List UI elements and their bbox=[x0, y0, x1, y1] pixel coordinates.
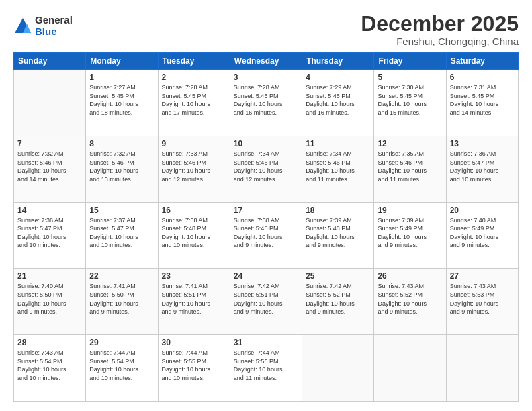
calendar-week-row-0: 1Sunrise: 7:27 AM Sunset: 5:45 PM Daylig… bbox=[14, 70, 519, 136]
cell-info: Sunrise: 7:30 AM Sunset: 5:45 PM Dayligh… bbox=[378, 83, 442, 117]
day-number: 20 bbox=[450, 205, 515, 215]
day-number: 14 bbox=[17, 205, 82, 215]
cell-info: Sunrise: 7:39 AM Sunset: 5:48 PM Dayligh… bbox=[306, 216, 370, 250]
day-number: 28 bbox=[17, 338, 82, 347]
title-block: December 2025 Fenshui, Chongqing, China bbox=[361, 12, 519, 47]
cell-info: Sunrise: 7:43 AM Sunset: 5:53 PM Dayligh… bbox=[450, 282, 515, 316]
logo-icon bbox=[13, 17, 32, 36]
calendar-cell-w3-d6: 27Sunrise: 7:43 AM Sunset: 5:53 PM Dayli… bbox=[446, 269, 518, 335]
cell-info: Sunrise: 7:31 AM Sunset: 5:45 PM Dayligh… bbox=[450, 83, 515, 117]
calendar-cell-w4-d5 bbox=[374, 335, 446, 402]
calendar-cell-w3-d1: 22Sunrise: 7:41 AM Sunset: 5:50 PM Dayli… bbox=[86, 269, 158, 335]
calendar-cell-w2-d6: 20Sunrise: 7:40 AM Sunset: 5:49 PM Dayli… bbox=[446, 202, 518, 269]
calendar-cell-w2-d1: 15Sunrise: 7:37 AM Sunset: 5:47 PM Dayli… bbox=[86, 202, 158, 269]
calendar-cell-w4-d2: 30Sunrise: 7:44 AM Sunset: 5:55 PM Dayli… bbox=[158, 335, 230, 402]
calendar-cell-w0-d3: 3Sunrise: 7:28 AM Sunset: 5:45 PM Daylig… bbox=[230, 70, 302, 136]
cell-info: Sunrise: 7:32 AM Sunset: 5:46 PM Dayligh… bbox=[89, 150, 154, 183]
calendar-header-row: Sunday Monday Tuesday Wednesday Thursday… bbox=[14, 53, 519, 70]
col-sunday: Sunday bbox=[14, 53, 86, 70]
logo-general-label: General bbox=[35, 15, 73, 26]
cell-info: Sunrise: 7:37 AM Sunset: 5:47 PM Dayligh… bbox=[89, 216, 154, 250]
calendar-cell-w1-d2: 9Sunrise: 7:33 AM Sunset: 5:46 PM Daylig… bbox=[158, 136, 230, 202]
day-number: 16 bbox=[162, 205, 226, 215]
cell-info: Sunrise: 7:36 AM Sunset: 5:47 PM Dayligh… bbox=[17, 216, 82, 250]
day-number: 8 bbox=[89, 139, 154, 148]
calendar-cell-w3-d2: 23Sunrise: 7:41 AM Sunset: 5:51 PM Dayli… bbox=[158, 269, 230, 335]
calendar-week-row-2: 14Sunrise: 7:36 AM Sunset: 5:47 PM Dayli… bbox=[14, 202, 519, 269]
cell-info: Sunrise: 7:27 AM Sunset: 5:45 PM Dayligh… bbox=[89, 83, 154, 117]
day-number: 25 bbox=[306, 271, 370, 281]
cell-info: Sunrise: 7:28 AM Sunset: 5:45 PM Dayligh… bbox=[234, 83, 298, 117]
cell-info: Sunrise: 7:36 AM Sunset: 5:47 PM Dayligh… bbox=[450, 150, 515, 183]
cell-info: Sunrise: 7:39 AM Sunset: 5:49 PM Dayligh… bbox=[378, 216, 442, 250]
calendar-cell-w4-d1: 29Sunrise: 7:44 AM Sunset: 5:54 PM Dayli… bbox=[86, 335, 158, 402]
cell-info: Sunrise: 7:43 AM Sunset: 5:52 PM Dayligh… bbox=[378, 282, 442, 316]
calendar-cell-w1-d5: 12Sunrise: 7:35 AM Sunset: 5:46 PM Dayli… bbox=[374, 136, 446, 202]
col-monday: Monday bbox=[86, 53, 158, 70]
calendar-cell-w1-d3: 10Sunrise: 7:34 AM Sunset: 5:46 PM Dayli… bbox=[230, 136, 302, 202]
cell-info: Sunrise: 7:42 AM Sunset: 5:52 PM Dayligh… bbox=[306, 282, 370, 316]
calendar-cell-w2-d5: 19Sunrise: 7:39 AM Sunset: 5:49 PM Dayli… bbox=[374, 202, 446, 269]
cell-info: Sunrise: 7:38 AM Sunset: 5:48 PM Dayligh… bbox=[162, 216, 226, 250]
calendar-cell-w2-d4: 18Sunrise: 7:39 AM Sunset: 5:48 PM Dayli… bbox=[302, 202, 374, 269]
col-saturday: Saturday bbox=[446, 53, 518, 70]
day-number: 12 bbox=[378, 139, 442, 148]
day-number: 5 bbox=[378, 73, 442, 82]
header: General Blue December 2025 Fenshui, Chon… bbox=[13, 12, 519, 47]
page: General Blue December 2025 Fenshui, Chon… bbox=[0, 0, 532, 411]
cell-info: Sunrise: 7:34 AM Sunset: 5:46 PM Dayligh… bbox=[234, 150, 298, 183]
calendar-cell-w2-d2: 16Sunrise: 7:38 AM Sunset: 5:48 PM Dayli… bbox=[158, 202, 230, 269]
cell-info: Sunrise: 7:42 AM Sunset: 5:51 PM Dayligh… bbox=[234, 282, 298, 316]
col-friday: Friday bbox=[374, 53, 446, 70]
day-number: 29 bbox=[89, 338, 154, 347]
calendar-cell-w0-d4: 4Sunrise: 7:29 AM Sunset: 5:45 PM Daylig… bbox=[302, 70, 374, 136]
day-number: 22 bbox=[89, 271, 154, 281]
day-number: 3 bbox=[234, 73, 298, 82]
day-number: 15 bbox=[89, 205, 154, 215]
subtitle: Fenshui, Chongqing, China bbox=[361, 36, 519, 47]
calendar-week-row-4: 28Sunrise: 7:43 AM Sunset: 5:54 PM Dayli… bbox=[14, 335, 519, 402]
calendar-cell-w3-d3: 24Sunrise: 7:42 AM Sunset: 5:51 PM Dayli… bbox=[230, 269, 302, 335]
day-number: 24 bbox=[234, 271, 298, 281]
day-number: 26 bbox=[378, 271, 442, 281]
logo-blue-label: Blue bbox=[35, 26, 73, 38]
cell-info: Sunrise: 7:41 AM Sunset: 5:50 PM Dayligh… bbox=[89, 282, 154, 316]
day-number: 31 bbox=[234, 338, 298, 347]
cell-info: Sunrise: 7:32 AM Sunset: 5:46 PM Dayligh… bbox=[17, 150, 82, 183]
cell-info: Sunrise: 7:28 AM Sunset: 5:45 PM Dayligh… bbox=[162, 83, 226, 117]
calendar-week-row-1: 7Sunrise: 7:32 AM Sunset: 5:46 PM Daylig… bbox=[14, 136, 519, 202]
day-number: 19 bbox=[378, 205, 442, 215]
col-tuesday: Tuesday bbox=[158, 53, 230, 70]
cell-info: Sunrise: 7:29 AM Sunset: 5:45 PM Dayligh… bbox=[306, 83, 370, 117]
calendar-cell-w4-d3: 31Sunrise: 7:44 AM Sunset: 5:56 PM Dayli… bbox=[230, 335, 302, 402]
day-number: 21 bbox=[17, 271, 82, 281]
day-number: 18 bbox=[306, 205, 370, 215]
cell-info: Sunrise: 7:44 AM Sunset: 5:55 PM Dayligh… bbox=[162, 349, 226, 382]
calendar-table: Sunday Monday Tuesday Wednesday Thursday… bbox=[13, 52, 519, 402]
calendar-cell-w0-d1: 1Sunrise: 7:27 AM Sunset: 5:45 PM Daylig… bbox=[86, 70, 158, 136]
calendar-cell-w4-d4 bbox=[302, 335, 374, 402]
day-number: 17 bbox=[234, 205, 298, 215]
cell-info: Sunrise: 7:43 AM Sunset: 5:54 PM Dayligh… bbox=[17, 349, 82, 382]
calendar-cell-w1-d0: 7Sunrise: 7:32 AM Sunset: 5:46 PM Daylig… bbox=[14, 136, 86, 202]
col-wednesday: Wednesday bbox=[230, 53, 302, 70]
day-number: 4 bbox=[306, 73, 370, 82]
calendar-cell-w3-d0: 21Sunrise: 7:40 AM Sunset: 5:50 PM Dayli… bbox=[14, 269, 86, 335]
col-thursday: Thursday bbox=[302, 53, 374, 70]
cell-info: Sunrise: 7:40 AM Sunset: 5:50 PM Dayligh… bbox=[17, 282, 82, 316]
cell-info: Sunrise: 7:38 AM Sunset: 5:48 PM Dayligh… bbox=[234, 216, 298, 250]
cell-info: Sunrise: 7:33 AM Sunset: 5:46 PM Dayligh… bbox=[162, 150, 226, 183]
day-number: 27 bbox=[450, 271, 515, 281]
calendar-cell-w0-d6: 6Sunrise: 7:31 AM Sunset: 5:45 PM Daylig… bbox=[446, 70, 518, 136]
cell-info: Sunrise: 7:35 AM Sunset: 5:46 PM Dayligh… bbox=[378, 150, 442, 183]
calendar-cell-w3-d5: 26Sunrise: 7:43 AM Sunset: 5:52 PM Dayli… bbox=[374, 269, 446, 335]
calendar-cell-w1-d1: 8Sunrise: 7:32 AM Sunset: 5:46 PM Daylig… bbox=[86, 136, 158, 202]
calendar-cell-w0-d5: 5Sunrise: 7:30 AM Sunset: 5:45 PM Daylig… bbox=[374, 70, 446, 136]
calendar-cell-w2-d3: 17Sunrise: 7:38 AM Sunset: 5:48 PM Dayli… bbox=[230, 202, 302, 269]
day-number: 9 bbox=[162, 139, 226, 148]
day-number: 13 bbox=[450, 139, 515, 148]
day-number: 11 bbox=[306, 139, 370, 148]
day-number: 1 bbox=[89, 73, 154, 82]
calendar-cell-w4-d0: 28Sunrise: 7:43 AM Sunset: 5:54 PM Dayli… bbox=[14, 335, 86, 402]
cell-info: Sunrise: 7:40 AM Sunset: 5:49 PM Dayligh… bbox=[450, 216, 515, 250]
